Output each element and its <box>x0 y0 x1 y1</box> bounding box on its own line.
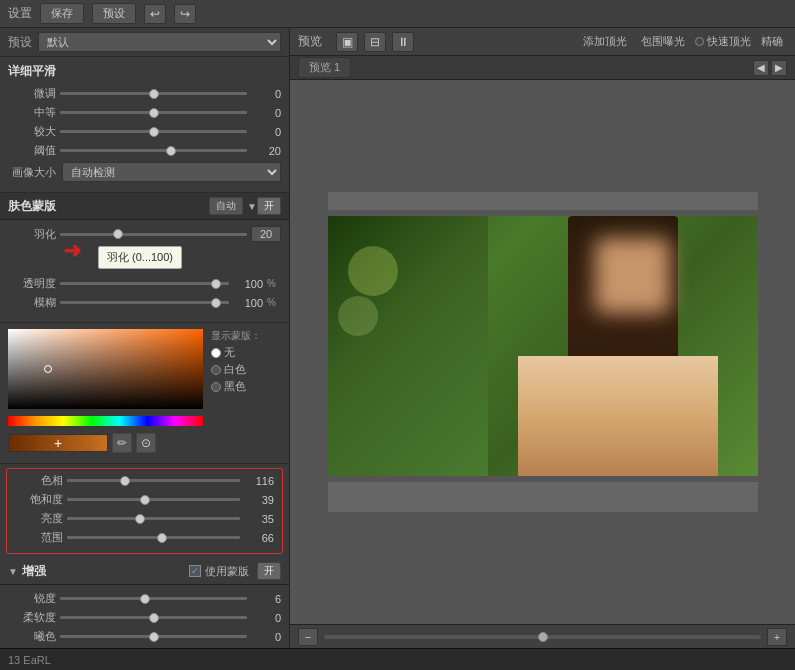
boost-on-button[interactable]: 开 <box>257 562 281 580</box>
photo-area <box>290 80 795 624</box>
slider-value-baohd: 39 <box>244 494 274 506</box>
quick-toplight-label: 快速顶光 <box>707 34 751 49</box>
slider-label-weidiao: 微调 <box>8 86 56 101</box>
zoom-out-button[interactable]: − <box>298 628 318 646</box>
slider-input-yuhua[interactable] <box>60 233 247 236</box>
radio-white[interactable] <box>211 365 221 375</box>
slider-input-fanwei[interactable] <box>67 536 240 539</box>
slider-input-touming[interactable] <box>60 282 229 285</box>
slider-track-fanwei[interactable] <box>67 531 240 545</box>
tab-nav-left[interactable]: ◀ <box>753 60 769 76</box>
slider-input-ruidu[interactable] <box>60 597 247 600</box>
use-mask-checkbox[interactable]: ✓ <box>189 565 201 577</box>
color-preview-box[interactable]: + <box>8 434 108 452</box>
slider-track-mohu[interactable] <box>60 296 229 310</box>
tooltip-yuhua: 羽化 (0...100) <box>98 246 182 269</box>
color-gradient-box[interactable] <box>8 329 203 409</box>
slider-input-weidiao[interactable] <box>60 92 247 95</box>
slider-label-yuhua: 羽化 <box>8 227 56 242</box>
face-blur <box>595 238 670 313</box>
quick-toplight-radio-btn[interactable] <box>695 37 704 46</box>
color-sliders-section: 色相 116 饱和度 39 亮度 35 范围 <box>6 468 283 554</box>
eyedropper-button[interactable]: ⊙ <box>136 433 156 453</box>
pencil-button[interactable]: ✏ <box>112 433 132 453</box>
radio-white-row[interactable]: 白色 <box>211 362 261 377</box>
ambient-glow-button[interactable]: 包围曝光 <box>637 34 689 49</box>
slider-input-jiaoda[interactable] <box>60 130 247 133</box>
slider-value-zhongdeng: 0 <box>251 107 281 119</box>
display-options-title: 显示蒙版： <box>211 329 261 343</box>
body-area <box>518 356 718 476</box>
color-hue-bar[interactable] <box>8 416 203 426</box>
slider-track-baohd[interactable] <box>67 493 240 507</box>
slider-track-ruidu[interactable] <box>60 592 247 606</box>
skin-section-title: 肤色蒙版 <box>8 198 209 215</box>
slider-track-xise[interactable] <box>60 630 247 644</box>
skin-on-button[interactable]: 开 <box>257 197 281 215</box>
status-text: 13 EaRL <box>8 654 51 666</box>
collapse-icon[interactable]: ▼ <box>8 566 18 577</box>
slider-input-mohu[interactable] <box>60 301 229 304</box>
slider-value-liangd: 35 <box>244 513 274 525</box>
slider-input-rouruandu[interactable] <box>60 616 247 619</box>
radio-black-row[interactable]: 黑色 <box>211 379 261 394</box>
slider-input-zhongdeng[interactable] <box>60 111 247 114</box>
slider-input-baohd[interactable] <box>67 498 240 501</box>
slider-value-yuzhi: 20 <box>251 145 281 157</box>
slider-track-yuzhi[interactable] <box>60 144 247 158</box>
yuhua-value-input[interactable] <box>251 226 281 242</box>
tab-nav-right[interactable]: ▶ <box>771 60 787 76</box>
radio-none-row[interactable]: 无 <box>211 345 261 360</box>
slider-track-zhongdeng[interactable] <box>60 106 247 120</box>
slider-row-touming: 透明度 100 % <box>8 276 281 291</box>
slider-track-weidiao[interactable] <box>60 87 247 101</box>
redo-button[interactable]: ↪ <box>174 4 196 24</box>
preset-select[interactable]: 默认 <box>38 32 281 52</box>
slider-label-rouruandu: 柔软度 <box>8 610 56 625</box>
undo-button[interactable]: ↩ <box>144 4 166 24</box>
color-gradient-panel: + ✏ ⊙ <box>8 329 203 457</box>
arrow-icon: ➜ <box>63 238 81 264</box>
zoom-in-button[interactable]: + <box>767 628 787 646</box>
precision-button[interactable]: 精确 <box>757 34 787 49</box>
slider-label-baohd: 饱和度 <box>15 492 63 507</box>
slider-row-baohd: 饱和度 39 <box>15 492 274 507</box>
slider-row-yuhua: 羽化 <box>8 226 281 242</box>
preset-button[interactable]: 预设 <box>92 3 136 24</box>
slider-input-xise[interactable] <box>60 635 247 638</box>
slider-track-xsiang[interactable] <box>67 474 240 488</box>
slider-row-fanwei: 范围 66 <box>15 530 274 545</box>
add-glow-button[interactable]: 添加顶光 <box>579 34 631 49</box>
radio-black[interactable] <box>211 382 221 392</box>
foliage-highlight-1 <box>348 246 398 296</box>
plus-icon: + <box>54 436 62 450</box>
slider-track-rouruandu[interactable] <box>60 611 247 625</box>
slider-input-yuzhi[interactable] <box>60 149 247 152</box>
slider-input-liangd[interactable] <box>67 517 240 520</box>
touming-unit: % <box>267 278 281 289</box>
radio-none-label: 无 <box>224 345 235 360</box>
slider-track-yuhua[interactable] <box>60 227 247 241</box>
skin-auto-button[interactable]: 自动 <box>209 197 243 215</box>
zoom-slider[interactable] <box>324 635 761 639</box>
left-panel: 预设 默认 详细平滑 微调 0 中等 0 <box>0 28 290 648</box>
slider-track-touming[interactable] <box>60 277 229 291</box>
preview-content: 预览 1 ◀ ▶ <box>290 56 795 648</box>
preview-tab-1[interactable]: 预览 1 <box>298 57 351 78</box>
image-size-select[interactable]: 自动检测 <box>62 162 281 182</box>
split-view-button[interactable]: ⊟ <box>364 32 386 52</box>
quick-toplight-radio[interactable]: 快速顶光 <box>695 34 751 49</box>
preview-bottom-bar: − + <box>290 624 795 648</box>
preview-toolbar: 预览 ▣ ⊟ ⏸ 添加顶光 包围曝光 快速顶光 精确 <box>290 28 795 56</box>
slider-value-rouruandu: 0 <box>251 612 281 624</box>
slider-input-xsiang[interactable] <box>67 479 240 482</box>
save-button[interactable]: 保存 <box>40 3 84 24</box>
slider-track-jiaoda[interactable] <box>60 125 247 139</box>
pause-button[interactable]: ⏸ <box>392 32 414 52</box>
slider-track-liangd[interactable] <box>67 512 240 526</box>
use-mask-checkbox-row: ✓ 使用蒙版 <box>189 564 249 579</box>
use-mask-label: 使用蒙版 <box>205 564 249 579</box>
single-view-button[interactable]: ▣ <box>336 32 358 52</box>
slider-row-zhongdeng: 中等 0 <box>8 105 281 120</box>
radio-none[interactable] <box>211 348 221 358</box>
